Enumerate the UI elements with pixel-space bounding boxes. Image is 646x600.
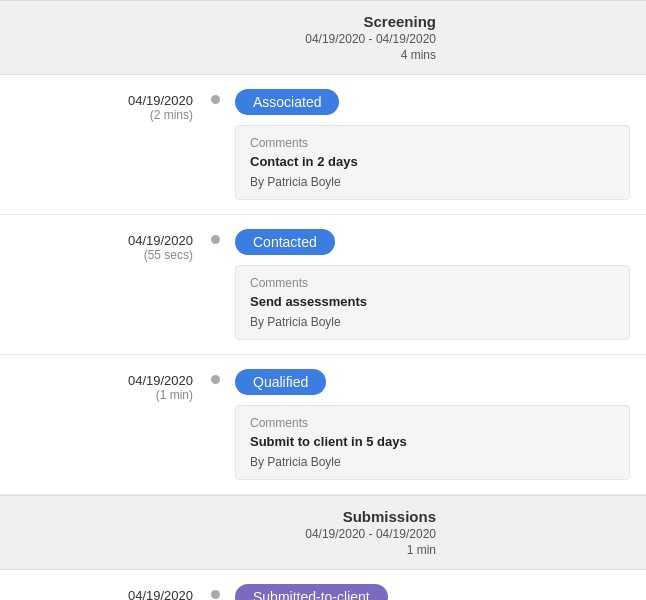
- section-date-range: 04/19/2020 - 04/19/2020: [16, 32, 436, 46]
- timeline-dot-col: [205, 75, 225, 104]
- timeline-dot-col: [205, 215, 225, 244]
- section-title: Screening: [16, 13, 436, 30]
- status-badge: Submitted-to-client: [235, 584, 388, 600]
- timeline-row: 04/19/2020 (1 min) Qualified Comments Su…: [0, 355, 646, 495]
- entry-date: 04/19/2020: [128, 93, 193, 108]
- timeline-dot: [211, 590, 220, 599]
- comments-label: Comments: [250, 136, 615, 150]
- comments-text: Send assessments: [250, 294, 615, 309]
- section-header-screening: Screening 04/19/2020 - 04/19/2020 4 mins: [0, 0, 646, 75]
- section-title: Submissions: [16, 508, 436, 525]
- timeline-right: Associated Comments Contact in 2 days By…: [225, 75, 646, 214]
- timeline-dot: [211, 235, 220, 244]
- entry-date: 04/19/2020: [128, 233, 193, 248]
- timeline-dot: [211, 95, 220, 104]
- entry-date: 04/19/2020: [128, 373, 193, 388]
- comments-by: By Patricia Boyle: [250, 175, 615, 189]
- entry-duration: (2 mins): [150, 108, 193, 122]
- timeline-right: Qualified Comments Submit to client in 5…: [225, 355, 646, 494]
- entry-duration: (1 min): [156, 388, 193, 402]
- timeline-row: 04/19/2020 (2 mins) Associated Comments …: [0, 75, 646, 215]
- section-duration: 1 min: [16, 543, 436, 557]
- entry-date: 04/19/2020: [128, 588, 193, 600]
- comments-by: By Patricia Boyle: [250, 315, 615, 329]
- status-badge: Associated: [235, 89, 339, 115]
- comments-block: Comments Submit to client in 5 days By P…: [235, 405, 630, 480]
- comments-by: By Patricia Boyle: [250, 455, 615, 469]
- comments-label: Comments: [250, 416, 615, 430]
- status-badge: Qualified: [235, 369, 326, 395]
- comments-block: Comments Contact in 2 days By Patricia B…: [235, 125, 630, 200]
- timeline-left: 04/19/2020 (55 secs): [0, 215, 205, 280]
- status-badge: Contacted: [235, 229, 335, 255]
- timeline-right: Contacted Comments Send assessments By P…: [225, 215, 646, 354]
- timeline-right: Submitted-to-client: [225, 570, 646, 600]
- timeline-dot-col: [205, 570, 225, 599]
- timeline-row: 04/19/2020 (55 secs) Contacted Comments …: [0, 215, 646, 355]
- comments-label: Comments: [250, 276, 615, 290]
- timeline-left: 04/19/2020 (1 min): [0, 355, 205, 420]
- entry-duration: (55 secs): [144, 248, 193, 262]
- section-header-submissions: Submissions 04/19/2020 - 04/19/2020 1 mi…: [0, 495, 646, 570]
- timeline-dot-col: [205, 355, 225, 384]
- timeline-dot: [211, 375, 220, 384]
- timeline-row: 04/19/2020 (54 secs) Submitted-to-client: [0, 570, 646, 600]
- section-duration: 4 mins: [16, 48, 436, 62]
- comments-text: Submit to client in 5 days: [250, 434, 615, 449]
- timeline-container: Screening 04/19/2020 - 04/19/2020 4 mins…: [0, 0, 646, 600]
- section-date-range: 04/19/2020 - 04/19/2020: [16, 527, 436, 541]
- timeline-left: 04/19/2020 (54 secs): [0, 570, 205, 600]
- comments-text: Contact in 2 days: [250, 154, 615, 169]
- timeline-left: 04/19/2020 (2 mins): [0, 75, 205, 140]
- comments-block: Comments Send assessments By Patricia Bo…: [235, 265, 630, 340]
